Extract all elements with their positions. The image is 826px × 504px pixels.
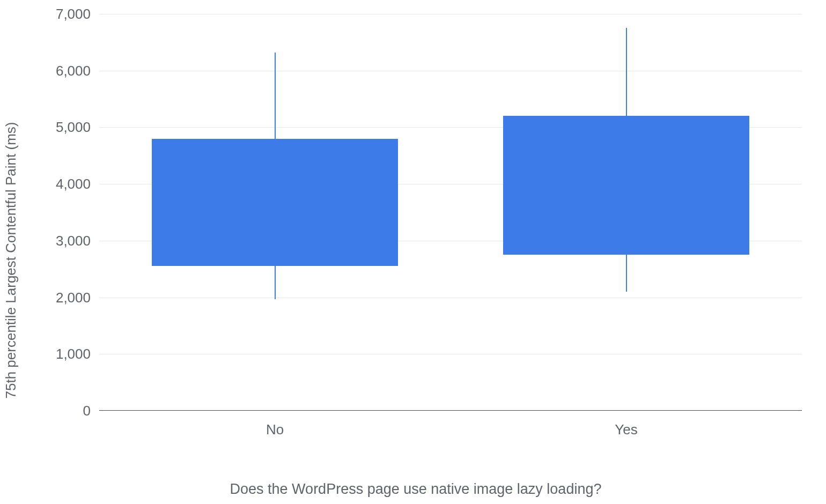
y-tick-label: 5,000 — [56, 119, 91, 136]
gridline — [99, 14, 802, 14]
x-category-label: No — [266, 421, 284, 438]
y-tick-label: 2,000 — [56, 289, 91, 306]
y-tick-label: 3,000 — [56, 232, 91, 249]
y-tick-label: 7,000 — [56, 6, 91, 23]
boxplot-chart: 75th percentile Largest Contentful Paint… — [16, 11, 815, 493]
y-tick-label: 1,000 — [56, 346, 91, 362]
gridline — [99, 298, 802, 298]
x-axis-line — [99, 410, 802, 411]
y-tick-label: 4,000 — [56, 176, 91, 192]
x-category-label: Yes — [615, 421, 637, 438]
x-axis-title: Does the WordPress page use native image… — [230, 481, 602, 498]
gridline — [99, 354, 802, 354]
box — [152, 139, 398, 266]
y-axis-title: 75th percentile Largest Contentful Paint… — [3, 122, 19, 399]
box — [503, 116, 749, 255]
y-tick-label: 6,000 — [56, 62, 91, 79]
y-tick-label: 0 — [83, 403, 91, 419]
gridline — [99, 71, 802, 71]
plot-area: 01,0002,0003,0004,0005,0006,0007,000NoYe… — [99, 14, 802, 411]
